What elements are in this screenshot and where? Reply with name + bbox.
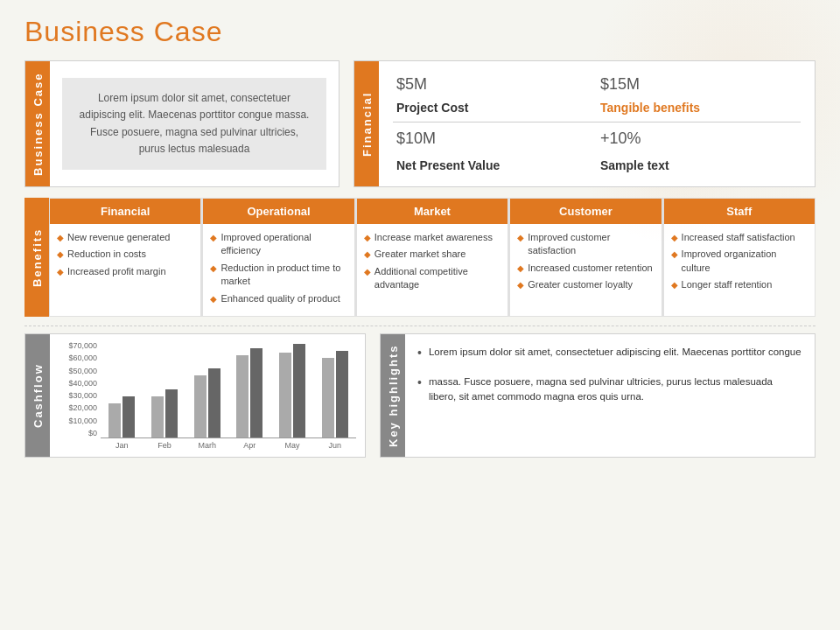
benefit-text: Additional competitive advantage <box>374 265 500 292</box>
diamond-icon: ◆ <box>57 266 64 278</box>
benefit-header-1: Operational <box>203 199 354 224</box>
benefit-header-3: Customer <box>510 199 661 224</box>
benefit-item: ◆Increased profit margin <box>57 265 193 278</box>
highlight-item-1: •massa. Fusce posuere, magna sed pulvina… <box>417 374 802 405</box>
benefit-item: ◆Longer staff retention <box>671 278 808 291</box>
highlight-text: massa. Fusce posuere, magna sed pulvinar… <box>429 374 802 405</box>
diamond-icon: ◆ <box>517 262 524 275</box>
business-case-text: Lorem ipsum dolor sit amet, consectetuer… <box>78 90 311 158</box>
chart-area: $70,000$60,000$50,000$40,000$30,000$20,0… <box>59 341 356 450</box>
benefit-item: ◆Increase market awareness <box>364 231 500 244</box>
benefit-text: Increased customer retention <box>528 262 652 275</box>
y-label: $10,000 <box>59 416 97 425</box>
cashflow-box: Cashflow $70,000$60,000$50,000$40,000$30… <box>24 333 366 458</box>
fin-bot-label-left: Net Present Value <box>393 153 597 178</box>
x-label: Jun <box>313 441 356 450</box>
bar-group-1 <box>144 389 186 438</box>
y-label: $20,000 <box>59 403 97 412</box>
diamond-icon: ◆ <box>364 232 371 244</box>
benefit-item: ◆Additional competitive advantage <box>364 265 500 292</box>
benefit-item: ◆Greater customer loyalty <box>517 278 654 291</box>
benefit-body-1: ◆Improved operational efficiency◆Reducti… <box>203 224 354 316</box>
x-label: Feb <box>144 441 186 450</box>
bar-dark <box>250 348 262 438</box>
bar-group-3 <box>228 348 271 438</box>
benefit-text: Longer staff retention <box>682 278 773 291</box>
y-label: $70,000 <box>59 341 97 350</box>
bar-group-0 <box>101 396 144 438</box>
fin-top-right: $15M <box>597 70 801 95</box>
benefit-body-4: ◆Increased staff satisfaction◆Improved o… <box>664 224 815 316</box>
chart-baseline <box>101 438 356 438</box>
benefit-text: Increase market awareness <box>374 231 493 244</box>
fin-bot-right: +10% <box>597 122 801 153</box>
highlight-item-0: •Lorem ipsum dolor sit amet, consectetue… <box>417 345 802 362</box>
bar-light <box>151 396 164 438</box>
benefit-header-2: Market <box>357 199 508 224</box>
divider <box>24 326 816 326</box>
benefit-item: ◆Improved organization culture <box>671 248 808 275</box>
benefit-item: ◆Improved customer satisfaction <box>517 231 654 258</box>
highlight-text: Lorem ipsum dolor sit amet, consectetuer… <box>429 345 802 360</box>
cashflow-content: $70,000$60,000$50,000$40,000$30,000$20,0… <box>50 334 365 457</box>
financial-label: Financial <box>354 61 379 186</box>
x-label: Marh <box>186 441 228 450</box>
y-label: $60,000 <box>59 354 97 362</box>
benefit-item: ◆Reduction in product time to market <box>210 262 346 289</box>
bar-dark <box>336 351 348 438</box>
bars-container: $70,000$60,000$50,000$40,000$30,000$20,0… <box>101 341 356 438</box>
benefit-item: ◆New revenue generated <box>57 231 193 244</box>
diamond-icon: ◆ <box>364 266 371 278</box>
y-axis: $70,000$60,000$50,000$40,000$30,000$20,0… <box>59 341 97 438</box>
benefit-col-1: Operational◆Improved operational efficie… <box>203 199 354 316</box>
bullet-icon: • <box>417 374 422 392</box>
fin-bot-left: $10M <box>393 122 597 153</box>
benefits-label: Benefits <box>24 198 49 317</box>
diamond-icon: ◆ <box>671 248 678 261</box>
page-title: Business Case <box>24 16 816 48</box>
bullet-icon: • <box>417 344 422 362</box>
benefits-grid: Financial◆New revenue generated◆Reductio… <box>49 198 816 317</box>
benefit-text: Reduction in product time to market <box>220 262 346 289</box>
benefit-text: Enhanced quality of product <box>220 292 340 305</box>
financial-box: Financial $5M $15M Project Cost Tangible… <box>354 60 816 187</box>
bar-light <box>194 375 206 438</box>
benefit-text: Increased staff satisfaction <box>682 231 795 244</box>
bar-light <box>279 353 291 438</box>
financial-grid: $5M $15M Project Cost Tangible benefits … <box>393 70 801 178</box>
bar-group-5 <box>313 351 356 438</box>
bar-group-2 <box>186 368 228 438</box>
fin-bot-label-right: Sample text <box>597 153 801 178</box>
bar-group-4 <box>271 344 314 438</box>
business-case-label: Business Case <box>25 61 50 186</box>
highlights-content: •Lorem ipsum dolor sit amet, consectetue… <box>405 334 815 457</box>
benefit-item: ◆Improved operational efficiency <box>210 231 346 258</box>
diamond-icon: ◆ <box>57 232 64 244</box>
diamond-icon: ◆ <box>517 232 524 244</box>
benefit-text: New revenue generated <box>67 231 170 244</box>
benefit-body-0: ◆New revenue generated◆Reduction in cost… <box>50 224 200 316</box>
benefit-item: ◆Increased customer retention <box>517 262 654 275</box>
y-label: $50,000 <box>59 367 97 375</box>
benefit-text: Greater market share <box>374 248 466 261</box>
benefit-item: ◆Greater market share <box>364 248 500 261</box>
bar-dark <box>165 389 178 438</box>
diamond-icon: ◆ <box>671 232 678 244</box>
benefit-text: Increased profit margin <box>67 265 166 278</box>
diamond-icon: ◆ <box>210 262 217 275</box>
benefit-col-3: Customer◆Improved customer satisfaction◆… <box>510 199 661 316</box>
page: Business Case Business Case Lorem ipsum … <box>0 0 840 630</box>
financial-content: $5M $15M Project Cost Tangible benefits … <box>379 61 815 186</box>
benefit-text: Greater customer loyalty <box>528 278 633 291</box>
fin-top-left: $5M <box>393 70 597 95</box>
diamond-icon: ◆ <box>671 279 678 291</box>
diamond-icon: ◆ <box>210 232 217 244</box>
benefit-body-2: ◆Increase market awareness◆Greater marke… <box>357 224 508 316</box>
benefit-item: ◆Reduction in costs <box>57 248 193 261</box>
highlights-label: Key highlights <box>381 334 405 457</box>
benefit-text: Improved customer satisfaction <box>528 231 654 258</box>
highlights-box: Key highlights •Lorem ipsum dolor sit am… <box>380 333 816 458</box>
diamond-icon: ◆ <box>57 248 64 261</box>
x-label: Jan <box>101 441 144 450</box>
y-label: $40,000 <box>59 379 97 388</box>
